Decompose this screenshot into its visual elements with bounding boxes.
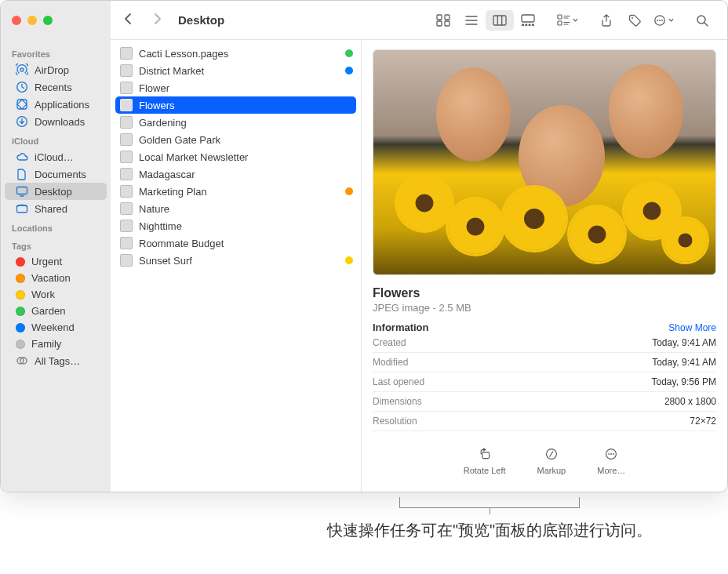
file-row[interactable]: Golden Gate Park xyxy=(111,131,361,148)
sidebar-item-garden[interactable]: Garden xyxy=(5,303,107,319)
info-value: 72×72 xyxy=(690,416,716,427)
minimize-button[interactable] xyxy=(27,16,37,25)
file-tag-dot xyxy=(345,256,353,264)
quick-action-markup[interactable]: Markup xyxy=(537,445,566,475)
sidebar-item-label: Downloads xyxy=(35,116,85,128)
group-button[interactable] xyxy=(553,10,581,31)
tag-dot-icon xyxy=(16,340,25,349)
file-row[interactable]: Local Market Newsletter xyxy=(111,148,361,165)
tag-dot-icon xyxy=(16,290,25,300)
file-name: Gardening xyxy=(139,117,353,129)
file-icon xyxy=(120,254,133,267)
sidebar-heading: Tags xyxy=(1,235,111,253)
sidebar-item-airdrop[interactable]: AirDrop xyxy=(5,61,107,78)
sidebar-item-downloads[interactable]: Downloads xyxy=(5,113,107,130)
file-name: Sunset Surf xyxy=(139,255,339,267)
info-label: Last opened xyxy=(373,376,424,387)
info-label: Created xyxy=(373,337,406,348)
svg-rect-5 xyxy=(493,16,506,25)
file-icon xyxy=(120,99,133,111)
file-row[interactable]: Flower xyxy=(111,79,361,96)
share-button[interactable] xyxy=(592,10,621,31)
info-row: CreatedToday, 9:41 AM xyxy=(373,333,716,353)
svg-point-32 xyxy=(613,453,614,455)
sidebar-item-label: Recents xyxy=(35,82,72,93)
search-button[interactable] xyxy=(688,10,716,31)
file-name: Nighttime xyxy=(139,220,353,232)
sidebar-item-work[interactable]: Work xyxy=(5,286,107,303)
info-header: Information Show More xyxy=(373,322,716,333)
svg-point-13 xyxy=(632,17,633,19)
back-button[interactable] xyxy=(122,13,136,28)
gallery-view-button[interactable] xyxy=(514,10,542,31)
file-row[interactable]: District Market xyxy=(111,62,361,79)
sidebar-item-icloud-[interactable]: iCloud… xyxy=(5,148,107,165)
file-name: Local Market Newsletter xyxy=(139,151,353,163)
preview-pane: Flowers JPEG image - 2.5 MB Information … xyxy=(362,40,727,492)
column-view-button[interactable] xyxy=(486,10,514,31)
file-icon xyxy=(120,82,133,94)
info-row: Last openedToday, 9:56 PM xyxy=(373,372,716,392)
sidebar-item-vacation[interactable]: Vacation xyxy=(5,270,107,286)
sidebar-item-label: Urgent xyxy=(31,256,62,267)
sidebar-item-shared[interactable]: Shared xyxy=(5,200,107,217)
desktop-icon xyxy=(16,185,28,198)
annotation: 快速操作任务可在"预览"面板的底部进行访问。 xyxy=(0,497,728,541)
preview-image xyxy=(373,49,716,275)
sidebar-heading: Favorites xyxy=(1,43,111,61)
window-title: Desktop xyxy=(178,13,224,27)
close-button[interactable] xyxy=(12,16,21,25)
info-value: Today, 9:56 PM xyxy=(652,376,717,387)
svg-rect-7 xyxy=(522,24,524,26)
quick-action-more[interactable]: More… xyxy=(597,445,625,475)
preview-subtitle: JPEG image - 2.5 MB xyxy=(373,302,716,314)
file-icon xyxy=(120,151,133,163)
sidebar-item-applications[interactable]: Applications xyxy=(5,96,107,113)
traffic-lights xyxy=(1,1,111,40)
sidebar-item-urgent[interactable]: Urgent xyxy=(5,253,107,270)
action-button[interactable] xyxy=(649,10,677,31)
sidebar-item-weekend[interactable]: Weekend xyxy=(5,319,107,336)
sidebar-item-label: Applications xyxy=(35,99,89,111)
info-label: Resolution xyxy=(373,416,417,427)
clock-icon xyxy=(16,81,28,93)
apps-icon xyxy=(16,98,28,111)
svg-rect-27 xyxy=(482,452,489,459)
sidebar-item-family[interactable]: Family xyxy=(5,336,107,352)
file-name: Golden Gate Park xyxy=(139,134,353,146)
sidebar-item-all-tags-[interactable]: All Tags… xyxy=(5,352,107,369)
show-more-link[interactable]: Show More xyxy=(668,322,716,333)
file-row[interactable]: Nature xyxy=(111,200,361,217)
svg-rect-24 xyxy=(17,205,27,213)
file-name: Flower xyxy=(139,82,353,94)
file-name: Madagascar xyxy=(139,169,353,180)
sidebar-item-desktop[interactable]: Desktop xyxy=(5,183,107,200)
file-row[interactable]: Marketing Plan xyxy=(111,183,361,200)
file-icon xyxy=(120,133,133,146)
tags-button[interactable] xyxy=(621,10,649,31)
file-row[interactable]: Nighttime xyxy=(111,217,361,234)
shared-icon xyxy=(16,202,28,215)
file-row[interactable]: Madagascar xyxy=(111,165,361,183)
sidebar-heading: Locations xyxy=(1,217,111,235)
tag-dot-icon xyxy=(16,307,25,316)
file-row[interactable]: Flowers xyxy=(115,96,356,114)
more-icon xyxy=(602,445,620,463)
zoom-button[interactable] xyxy=(43,16,53,25)
annotation-caption: 快速操作任务可在"预览"面板的底部进行访问。 xyxy=(325,519,654,541)
quick-action-rotate[interactable]: Rotate Left xyxy=(464,445,506,475)
forward-button[interactable] xyxy=(150,13,164,28)
list-view-button[interactable] xyxy=(457,10,486,31)
quick-action-label: Rotate Left xyxy=(464,466,506,475)
sidebar-item-recents[interactable]: Recents xyxy=(5,78,107,96)
file-row[interactable]: Sunset Surf xyxy=(111,252,361,269)
file-icon xyxy=(120,220,133,232)
file-row[interactable]: Roommate Budget xyxy=(111,234,361,252)
window-body: FavoritesAirDropRecentsApplicationsDownl… xyxy=(1,40,727,492)
file-row[interactable]: Cacti Lesson.pages xyxy=(111,45,361,62)
tag-dot-icon xyxy=(16,274,25,283)
icon-view-button[interactable] xyxy=(429,10,457,31)
sidebar-item-documents[interactable]: Documents xyxy=(5,165,107,183)
file-row[interactable]: Gardening xyxy=(111,114,361,131)
file-name: Roommate Budget xyxy=(139,238,353,249)
